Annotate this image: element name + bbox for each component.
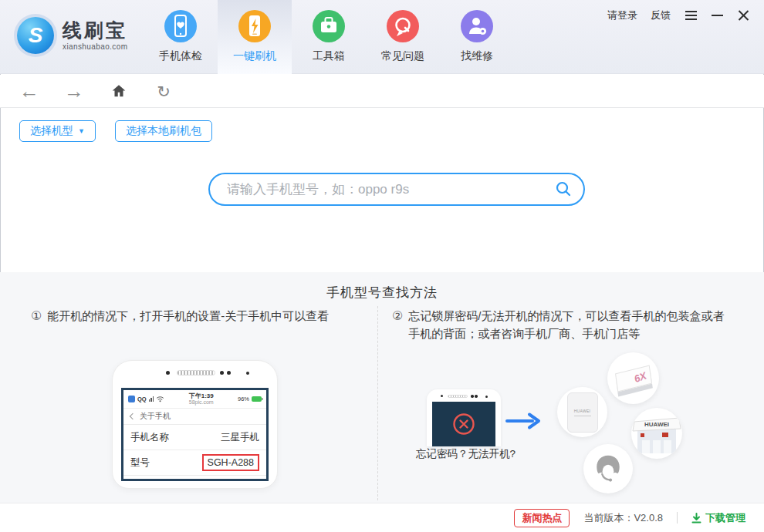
- qq-app-icon: [128, 396, 135, 402]
- menu-icon[interactable]: [684, 9, 698, 22]
- download-manager-button[interactable]: 下载管理: [691, 511, 745, 525]
- error-screen: [432, 402, 495, 446]
- error-circle-x-icon: [452, 412, 475, 436]
- refresh-icon[interactable]: ↻: [153, 80, 174, 102]
- customer-service-circle: [583, 444, 633, 493]
- login-link[interactable]: 请登录: [607, 8, 637, 22]
- toolbox-icon: [313, 10, 345, 42]
- brand-text: 线刷宝 xianshuabao.com: [63, 20, 127, 52]
- package-box-circle: 6X: [607, 352, 659, 404]
- store-circle: HUAWEI: [631, 408, 682, 459]
- feedback-link[interactable]: 反馈: [651, 8, 671, 22]
- phone-back-circle: HUAWEI: [557, 387, 607, 437]
- download-icon: [691, 513, 701, 524]
- speaker-grille-icon: [177, 370, 215, 375]
- phone-name-value: 三星手机: [221, 431, 259, 444]
- nav-tab-phone-checkup[interactable]: 手机体检: [144, 0, 218, 74]
- wifi-icon: [156, 396, 164, 402]
- brand-logo-icon: S: [17, 17, 54, 54]
- phone-heart-icon: [164, 10, 197, 42]
- browser-toolbar: ← → ↻: [0, 75, 764, 108]
- search-icon[interactable]: [555, 180, 572, 200]
- settings-phone-illustration: QQ 下午1:39 58pic.com 96%: [112, 360, 278, 489]
- app-window: S 线刷宝 xianshuabao.com 手机体检: [0, 0, 764, 532]
- home-icon[interactable]: [108, 80, 130, 102]
- phone-back-text-line: [574, 416, 591, 416]
- footer-divider: [677, 512, 678, 524]
- close-icon[interactable]: [737, 9, 750, 22]
- nav-tab-toolbox[interactable]: 工具箱: [292, 0, 366, 74]
- forward-icon[interactable]: →: [63, 80, 85, 102]
- select-model-label: 选择机型: [30, 124, 73, 138]
- select-local-package-button[interactable]: 选择本地刷机包: [115, 120, 212, 142]
- model-row: 型号 SGH-A288: [123, 450, 266, 476]
- news-hotspot-badge[interactable]: 新闻热点: [514, 509, 570, 527]
- nav-tab-label: 工具箱: [313, 49, 345, 63]
- guide-section: 手机型号查找方法 ① 能开机的情况下，打开手机的设置-关于手机中可以查看 ② 忘…: [0, 272, 764, 503]
- select-model-button[interactable]: 选择机型 ▼: [19, 120, 96, 142]
- camera-dot-icon: [441, 395, 443, 397]
- model-value-highlight: SGH-A288: [202, 454, 259, 471]
- signal-icon: [149, 396, 154, 402]
- column-divider: [377, 306, 378, 500]
- phone-flash-icon: [238, 10, 271, 42]
- main-nav: 手机体检 一键刷机: [144, 0, 514, 74]
- nav-tab-label: 手机体检: [159, 49, 202, 63]
- nav-tab-label: 一键刷机: [233, 49, 276, 63]
- download-manager-label: 下载管理: [705, 511, 745, 525]
- model-label: 型号: [130, 456, 150, 470]
- action-button-row: 选择机型 ▼ 选择本地刷机包: [19, 120, 212, 142]
- box-model-label: 6X: [632, 369, 647, 385]
- guide-step-1: ① 能开机的情况下，打开手机的设置-关于手机中可以查看: [31, 307, 372, 326]
- nav-tab-find-repair[interactable]: 找维修: [440, 0, 514, 74]
- step-1-number: ①: [31, 307, 42, 326]
- step-1-text: 能开机的情况下，打开手机的设置-关于手机中可以查看: [47, 307, 329, 326]
- brand-domain: xianshuabao.com: [63, 42, 127, 51]
- battery-icon: [252, 396, 262, 402]
- chevron-down-icon: ▼: [78, 128, 85, 135]
- package-box-icon: 6X: [615, 365, 652, 392]
- question-bubble-icon: [387, 10, 419, 42]
- app-header: S 线刷宝 xianshuabao.com 手机体检: [0, 0, 764, 74]
- brand-name: 线刷宝: [63, 20, 127, 42]
- sensor-dot-icon: [475, 395, 478, 398]
- phone-back-icon: HUAWEI: [567, 392, 598, 433]
- select-local-package-label: 选择本地刷机包: [126, 124, 201, 138]
- sensor-dot-icon: [227, 371, 231, 375]
- minimize-icon[interactable]: [712, 10, 724, 21]
- nav-tab-label: 找维修: [461, 49, 493, 63]
- brand-logo: S 线刷宝 xianshuabao.com: [17, 17, 127, 54]
- version-label: 当前版本：V2.0.8: [583, 511, 663, 525]
- battery-percent: 96%: [238, 396, 249, 402]
- status-bar: QQ 下午1:39 58pic.com 96%: [123, 390, 266, 409]
- status-left: QQ: [128, 396, 164, 402]
- repair-person-icon: [461, 10, 493, 42]
- search-input[interactable]: [208, 173, 585, 206]
- phone-back-brand: HUAWEI: [574, 409, 591, 413]
- search-box: [208, 173, 585, 206]
- qq-label: QQ: [137, 396, 147, 402]
- locked-phone-illustration: [427, 389, 501, 446]
- store-sign-label: HUAWEI: [644, 421, 669, 428]
- status-site: 58pic.com: [189, 399, 214, 406]
- logo-letter: S: [29, 23, 43, 48]
- arrow-right-icon: [505, 412, 541, 433]
- about-phone-title: 关于手机: [140, 411, 171, 422]
- sensor-dot-icon: [485, 396, 488, 398]
- settings-screen: QQ 下午1:39 58pic.com 96%: [121, 388, 269, 481]
- nav-tab-faq[interactable]: 常见问题: [366, 0, 440, 74]
- window-controls: 请登录 反馈: [607, 8, 750, 22]
- speaker-grille-icon: [448, 395, 468, 398]
- status-center: 下午1:39 58pic.com: [189, 392, 214, 406]
- phone-name-label: 手机名称: [130, 431, 169, 444]
- guide-title: 手机型号查找方法: [0, 284, 764, 301]
- status-right: 96%: [238, 396, 262, 402]
- sensor-dot-icon: [246, 372, 249, 375]
- back-icon[interactable]: ←: [19, 80, 40, 102]
- nav-tab-one-key-flash[interactable]: 一键刷机: [218, 0, 292, 74]
- step-2-number: ②: [392, 307, 403, 343]
- camera-dot-icon: [166, 371, 170, 375]
- sensor-dot-icon: [471, 395, 474, 398]
- step-2-text: 忘记锁屏密码/无法开机的情况下，可以查看手机的包装盒或者手机的背面；或者咨询手机…: [408, 307, 727, 343]
- nav-tab-label: 常见问题: [381, 49, 424, 63]
